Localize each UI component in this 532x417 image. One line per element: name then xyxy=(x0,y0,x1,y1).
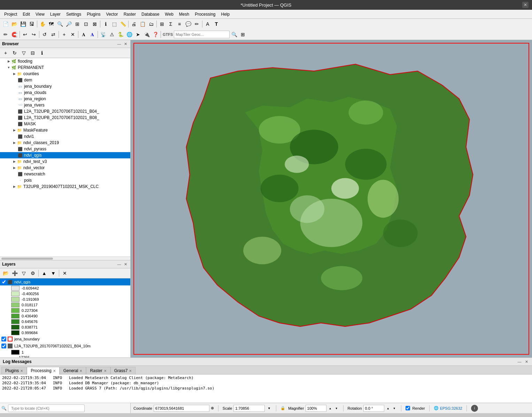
tile-btn[interactable]: ⊞ xyxy=(158,20,166,28)
atlas-btn[interactable]: 🗂 xyxy=(147,20,155,28)
plugin2-btn[interactable]: 🔌 xyxy=(142,30,151,39)
expander-ndvi-vector[interactable]: ▶ xyxy=(12,165,17,170)
tree-item-jena-clouds[interactable]: ▭ jena_clouds xyxy=(0,89,130,96)
tab-plugins[interactable]: Plugins ✕ xyxy=(1,367,27,374)
tree-item-counties[interactable]: ▶ 📁 counties xyxy=(0,71,130,77)
undo-btn[interactable]: ↩ xyxy=(21,30,29,39)
gps-btn[interactable]: 📡 xyxy=(99,30,107,39)
grid-btn[interactable]: ⊞ xyxy=(239,30,247,39)
layers-close[interactable]: ✕ xyxy=(123,261,128,267)
tooltip-btn[interactable]: 💬 xyxy=(184,20,192,28)
menu-database[interactable]: Database xyxy=(139,11,162,17)
new-print-btn[interactable]: 📋 xyxy=(138,20,147,28)
edit-digitize-btn[interactable]: ✏ xyxy=(1,30,10,39)
menu-plugins[interactable]: Plugins xyxy=(84,11,103,17)
menu-view[interactable]: View xyxy=(33,11,47,17)
tree-item-ndvi-qgis[interactable]: ⬛ ndvi_qgis xyxy=(0,152,130,158)
redo-btn[interactable]: ↪ xyxy=(30,30,38,39)
layer-ndvi-qgis[interactable]: ⬛ ndvi_qgis xyxy=(0,278,130,285)
tree-item-t32upb[interactable]: ▶ 📁 T32UPB_20190407T102021_MSK_CLC xyxy=(0,183,130,190)
tab-processing[interactable]: Processing ✕ xyxy=(27,367,59,375)
expander-ndvi-classes[interactable]: ▶ xyxy=(12,140,17,145)
tree-item-ndvi-test[interactable]: ▶ 📁 ndvi_test_v3 xyxy=(0,158,130,165)
browser-filter-btn[interactable]: ▽ xyxy=(20,49,28,57)
zoom-selection-btn[interactable]: ⊞ xyxy=(73,20,82,28)
delete-feat-btn[interactable]: ✕ xyxy=(69,30,77,39)
menu-project[interactable]: Project xyxy=(1,11,20,17)
tree-item-mask[interactable]: ⬛ MASK xyxy=(0,121,130,127)
zoom-in-btn[interactable]: 🔍 xyxy=(56,20,64,28)
browser-help-btn[interactable]: ℹ xyxy=(38,49,46,57)
flip-btn[interactable]: ⇄ xyxy=(49,30,57,39)
layer-jena-boundary[interactable]: jena_boundary xyxy=(0,336,130,343)
locate-input[interactable] xyxy=(8,404,85,412)
menu-raster[interactable]: Raster xyxy=(121,11,139,17)
browser-refresh-btn[interactable]: ↻ xyxy=(10,49,19,57)
browser-collapse-btn[interactable]: ⊟ xyxy=(29,49,37,57)
add-feat-btn[interactable]: + xyxy=(60,30,68,39)
field-calc-btn[interactable]: A xyxy=(203,20,212,28)
zoom-layer-btn[interactable]: ⊡ xyxy=(82,20,90,28)
menu-help[interactable]: Help xyxy=(218,11,233,17)
map-area[interactable] xyxy=(131,40,532,357)
mag-down-btn[interactable]: ▼ xyxy=(334,407,339,410)
browser2-btn[interactable]: 🌐 xyxy=(125,30,133,39)
tree-item-ndvi-classes[interactable]: ▶ 📁 ndvi_classes_2019 xyxy=(0,140,130,146)
tree-item-maskfeature[interactable]: ▶ 📁 MaskFeature xyxy=(0,127,130,133)
coordinate-input[interactable] xyxy=(154,405,209,412)
tree-item-jena-boundary[interactable]: ▭ jena_boundary xyxy=(0,83,130,89)
layers-minimize[interactable]: — xyxy=(116,261,122,267)
tree-item-l2a-b08[interactable]: ⬛ L2A_T32UPB_20170706T102021_B08_ xyxy=(0,115,130,121)
zoom-out-btn[interactable]: 🔎 xyxy=(64,20,73,28)
scale-input[interactable] xyxy=(233,405,265,412)
browser-minimize[interactable]: — xyxy=(116,41,122,47)
tab-grass7[interactable]: Grass7 ✕ xyxy=(110,367,136,374)
menu-processing[interactable]: Processing xyxy=(192,11,218,17)
layer-l2a-b04[interactable]: L2A_T32UPB_20170706T102021_B04_10m xyxy=(0,343,130,349)
python-btn[interactable]: 🐍 xyxy=(116,30,125,39)
search-btn[interactable]: 🔍 xyxy=(230,30,238,39)
snap-btn[interactable]: 🧲 xyxy=(10,30,18,39)
select-btn[interactable]: ⬚ xyxy=(110,20,118,28)
layer-checkbox-l2a-b04[interactable] xyxy=(1,344,6,348)
mag-up-btn[interactable]: ▲ xyxy=(328,407,333,410)
close-button[interactable]: ✕ xyxy=(522,2,529,8)
label2-btn[interactable]: 𝐀 xyxy=(88,30,97,39)
magnifier-input[interactable] xyxy=(306,405,326,412)
log-minimize[interactable]: — xyxy=(517,359,522,364)
print-btn[interactable]: 🖨 xyxy=(130,20,138,28)
tree-item-jena-rivers[interactable]: 〰 jena_rivers xyxy=(0,102,130,108)
filter-layer-btn[interactable]: ▽ xyxy=(20,269,28,277)
expander-maskfeature[interactable]: ▶ xyxy=(12,128,17,133)
status-info-btn[interactable]: i xyxy=(471,405,478,412)
expander-t32upb[interactable]: ▶ xyxy=(12,184,17,189)
new-project-btn[interactable]: 📄 xyxy=(1,20,10,28)
browser-close[interactable]: ✕ xyxy=(123,41,128,47)
tab-plugins-close[interactable]: ✕ xyxy=(20,369,23,373)
graph-btn[interactable]: ≡ xyxy=(175,20,184,28)
tree-item-ndvi1[interactable]: ⬛ ndvi1 xyxy=(0,133,130,140)
rotate-btn[interactable]: ↺ xyxy=(40,30,49,39)
tab-raster-close[interactable]: ✕ xyxy=(104,369,107,373)
measure-btn[interactable]: 📏 xyxy=(119,20,127,28)
tab-processing-close[interactable]: ✕ xyxy=(53,369,56,373)
rot-up-btn[interactable]: ▲ xyxy=(386,407,391,410)
log-close[interactable]: ✕ xyxy=(524,359,529,364)
search-input[interactable] xyxy=(174,31,230,38)
annotation-btn[interactable]: ✏ xyxy=(193,20,201,28)
label-btn[interactable]: 𝐀 xyxy=(79,30,88,39)
menu-settings[interactable]: Settings xyxy=(63,11,84,17)
tree-item-flooding[interactable]: ▶ 🌿 flooding xyxy=(0,58,130,64)
remove-layer-btn[interactable]: ✕ xyxy=(61,269,69,277)
layer-props-btn[interactable]: ⚙ xyxy=(29,269,37,277)
scale-dropdown-btn[interactable]: ▼ xyxy=(266,405,272,412)
expander-flooding[interactable]: ▶ xyxy=(6,59,11,64)
warning-btn[interactable]: ⚠ xyxy=(108,30,116,39)
expander-ndvi-test[interactable]: ▶ xyxy=(12,159,17,164)
render-checkbox[interactable] xyxy=(406,406,410,410)
menu-layer[interactable]: Layer xyxy=(47,11,63,17)
add-layer-btn[interactable]: ➕ xyxy=(10,269,19,277)
identify-btn[interactable]: ℹ xyxy=(101,20,110,28)
move-up-btn[interactable]: ▲ xyxy=(40,269,48,277)
stat-btn[interactable]: Σ xyxy=(167,20,175,28)
